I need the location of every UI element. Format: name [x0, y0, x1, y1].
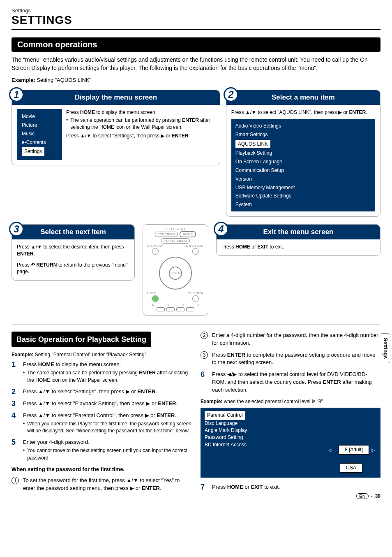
- down-arrow-icon: [37, 244, 42, 250]
- s3p2b: RETURN: [35, 262, 57, 268]
- s1t2b: to select "Settings", then press: [91, 133, 161, 139]
- step1-bullet: The same operation can be performed by p…: [66, 117, 215, 131]
- list-item: 2Enter a 4-digit number for the password…: [201, 332, 380, 347]
- step-number: 5: [12, 439, 19, 446]
- settings-submenu: Audio Video Settings Smart Settings AQUO…: [231, 119, 375, 211]
- section-basic-operation: Basic Operation for Playback Setting: [12, 332, 151, 347]
- remote-diagram: TITLE LIST TOP MENU HOME POP-UP MENU DIS…: [143, 224, 208, 316]
- menu-item-movie: Movie: [21, 112, 58, 121]
- footer-page-number: 39: [375, 493, 380, 499]
- circled-number: 1: [12, 477, 19, 484]
- parental-level-value: 8 [Adult]: [339, 445, 369, 455]
- step3-p1: Press / to select the desired item, then…: [17, 244, 129, 258]
- submenu-system: System: [235, 200, 372, 209]
- section-common-operations: Common operations: [12, 37, 380, 52]
- step-number: 4: [12, 412, 19, 419]
- remote-lbl-a: A: [152, 303, 154, 307]
- step-3-title: Select the next item: [12, 225, 134, 239]
- page-title: SETTINGS: [12, 14, 380, 30]
- sub-bullet: The same operation can be performed by p…: [23, 369, 191, 384]
- remote-dpad: ENTER: [159, 257, 192, 290]
- step-2-card: 2 Select a menu item Press / to select "…: [226, 90, 380, 217]
- step-7-text: Press HOME or EXIT to exit.: [212, 483, 380, 491]
- s2td: ENTER: [349, 109, 366, 115]
- step-1-card: 1 Display the menu screen Movie Picture …: [12, 90, 220, 217]
- circled-steps-right: 2Enter a 4-digit number for the password…: [201, 332, 380, 367]
- step1-txt-a: Press: [66, 109, 80, 115]
- step-1-number: 1: [9, 87, 24, 102]
- remote-color-a: [157, 307, 165, 311]
- side-tab-settings: Settings: [381, 333, 390, 363]
- list-item: 1To set the password for the first time,…: [12, 477, 191, 492]
- step-text: Enter your 4-digit password.You cannot m…: [23, 439, 191, 462]
- remote-lbl-d: D: [196, 303, 199, 307]
- remote-lbl-c: C: [182, 303, 184, 307]
- remote-color-b: [166, 307, 175, 311]
- step-1-text: Press HOME to display the menu screen. T…: [66, 109, 215, 160]
- example-line-1: Example: Setting "AQUOS LINK": [12, 77, 380, 83]
- example-line-3: Example: when the selected parental cont…: [201, 398, 380, 405]
- s4d: EXIT: [257, 244, 268, 250]
- step1-home: HOME: [80, 109, 95, 115]
- step-number: 2: [12, 388, 19, 395]
- step-4-card: 4 Exit the menu screen Press HOME or EXI…: [216, 224, 380, 256]
- s1t2c: or: [164, 133, 171, 139]
- s2tc: or: [342, 109, 349, 115]
- list-item: 3Press ENTER to complete the password se…: [201, 351, 380, 367]
- remote-enter: ENTER: [169, 267, 182, 280]
- step-3-number: 3: [9, 222, 24, 237]
- submenu-comm: Communication Setup: [235, 166, 372, 175]
- step-number: 3: [12, 400, 19, 407]
- remote-popup: POP-UP MENU: [161, 238, 190, 244]
- step4-text: Press HOME or EXIT to exit.: [221, 244, 375, 251]
- footer-sep: -: [371, 493, 373, 499]
- submenu-playback: Playback Setting: [235, 149, 372, 158]
- divider: [12, 325, 380, 325]
- list-item: 6Press ◀/▶ to select the parental contro…: [201, 371, 380, 394]
- s3p2a: Press: [17, 262, 31, 268]
- step-text: To set the password for the first time, …: [23, 477, 191, 492]
- col-left: Basic Operation for Playback Setting Exa…: [12, 332, 191, 497]
- remote-home: HOME: [180, 231, 196, 237]
- remote-exit-btn: [152, 295, 159, 302]
- remote-lbl-b: B: [166, 303, 169, 307]
- s4e: to exit.: [268, 244, 284, 250]
- step3-p2: Press RETURN to return to the previous "…: [17, 262, 129, 276]
- up-arrow-icon: [80, 133, 85, 139]
- menu-item-settings-selected: Settings: [22, 147, 44, 156]
- step-3-card: 3 Select the next item Press / to select…: [12, 224, 135, 281]
- step-text: Press ▲/▼ to select "Settings", then pre…: [23, 388, 191, 396]
- down-arrow-icon: [251, 109, 256, 115]
- list-item: 4Press ▲/▼ to select "Parental Control",…: [12, 412, 191, 435]
- s4a: Press: [221, 244, 235, 250]
- s3p1b: to select the desired item, then press: [42, 244, 124, 250]
- circled-number: 3: [201, 351, 208, 359]
- s4c: or: [250, 244, 257, 250]
- playback-item-1: Disc Language: [205, 420, 376, 427]
- example-line-2: Example: Setting "Parental Control" unde…: [12, 351, 191, 358]
- s2te: .: [366, 109, 367, 115]
- step-2-number: 2: [224, 87, 238, 102]
- remote-top-menu: TOP MENU: [155, 232, 178, 237]
- list-item: 3Press ▲/▼ to select "Playback Setting",…: [12, 400, 191, 408]
- s3p1d: .: [34, 251, 35, 257]
- step-4-title: Exit the menu screen: [217, 225, 380, 239]
- footer-lang: EN: [356, 493, 368, 499]
- step-7: 7 Press HOME or EXIT to exit.: [201, 483, 380, 491]
- step-4-number: 4: [214, 222, 228, 237]
- step-text: Press ENTER to complete the password set…: [212, 351, 380, 367]
- step-number: 1: [12, 361, 19, 368]
- left-value-arrow-icon: ◁: [328, 447, 332, 454]
- s1t2a: Press: [66, 133, 80, 139]
- s2tb: to select "AQUOS LINK", then press: [256, 109, 338, 115]
- home-menu-list: Movie Picture Music e-Contents Settings: [17, 109, 62, 160]
- submenu-version: Version: [235, 175, 372, 183]
- step-text: Press HOME to display the menu screen.Th…: [23, 361, 191, 384]
- ex3-label: Example:: [201, 399, 222, 404]
- down-arrow-icon: [86, 133, 91, 139]
- remote-diagram-wrap: TITLE LIST TOP MENU HOME POP-UP MENU DIS…: [141, 224, 210, 316]
- s3p1a: Press: [17, 244, 31, 250]
- submenu-aquos-selected: AQUOS LINK: [235, 140, 270, 149]
- remote-btn-circle: [152, 248, 159, 255]
- step-number: 6: [201, 371, 208, 378]
